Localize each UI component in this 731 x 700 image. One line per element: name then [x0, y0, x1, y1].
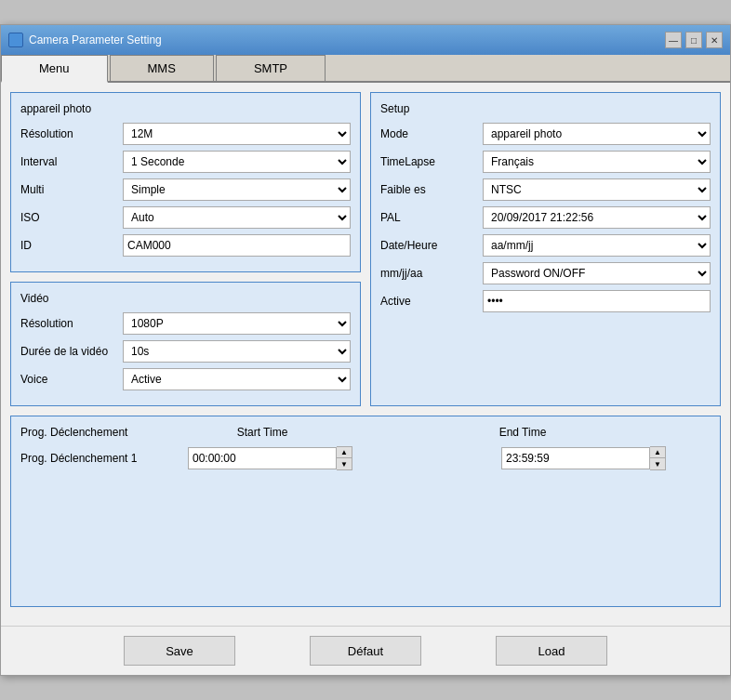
pal-select[interactable]: 20/09/2017 21:22:56: [483, 206, 711, 229]
iso-label: ISO: [20, 211, 123, 224]
mode-label: Mode: [380, 127, 483, 140]
empty-schedule-area: [20, 476, 711, 597]
multi-label: Multi: [20, 183, 123, 196]
video-duration-select[interactable]: 10s 30s: [123, 340, 351, 363]
setup-panel: Setup Mode appareil photo Vidéo TimeLaps…: [370, 92, 721, 406]
interval-control: 1 Seconde 5 Secondes: [123, 151, 351, 173]
id-row: ID: [20, 234, 351, 257]
mode-select[interactable]: appareil photo Vidéo: [483, 123, 711, 145]
tab-smtp[interactable]: SMTP: [216, 55, 326, 81]
mmjjaa-select[interactable]: Password ON/OFF Password ON: [483, 262, 711, 284]
mmjjaa-control: Password ON/OFF Password ON: [483, 262, 711, 284]
video-duration-row: Durée de la vidéo 10s 30s: [20, 340, 351, 363]
video-panel-title: Vidéo: [20, 292, 351, 305]
sched-header: Prog. Déclenchement Start Time End Time: [20, 426, 711, 439]
timelapse-select[interactable]: Français English: [483, 151, 711, 173]
interval-row: Interval 1 Seconde 5 Secondes: [20, 151, 351, 173]
pal-control: 20/09/2017 21:22:56: [483, 206, 711, 229]
close-button[interactable]: ✕: [706, 32, 723, 48]
voice-control: Active Inactive: [123, 368, 351, 390]
start-time-header: Start Time: [188, 426, 337, 439]
end-time-spinners: ▲ ▼: [650, 446, 666, 470]
end-time-inner: ▲ ▼: [501, 446, 666, 470]
timelapse-control: Français English: [483, 151, 711, 173]
active-row: Active: [380, 290, 711, 312]
tab-mms[interactable]: MMS: [110, 55, 214, 81]
start-time-spinners: ▲ ▼: [337, 446, 352, 470]
app-icon: [8, 33, 23, 47]
iso-select[interactable]: Auto 100: [123, 206, 351, 229]
main-window: Camera Parameter Setting — □ ✕ Menu MMS …: [0, 24, 731, 676]
id-input[interactable]: [123, 234, 351, 257]
maximize-button[interactable]: □: [685, 32, 702, 48]
resolution-row: Résolution 12M 8M 5M: [20, 123, 351, 145]
window-title: Camera Parameter Setting: [29, 33, 162, 46]
multi-control: Simple Multiple: [123, 178, 351, 201]
active-control: [483, 290, 711, 312]
date-label: Date/Heure: [380, 239, 483, 252]
video-panel: Vidéo Résolution 1080P 720P Durée de la …: [10, 282, 361, 406]
end-time-up[interactable]: ▲: [650, 447, 665, 458]
mmjjaa-row: mm/jj/aa Password ON/OFF Password ON: [380, 262, 711, 284]
faible-select[interactable]: NTSC PAL: [483, 178, 711, 201]
interval-label: Interval: [20, 155, 123, 168]
sched-row-1: Prog. Déclenchement 1 ▲ ▼ ▲ ▼: [20, 446, 711, 470]
id-control: [123, 234, 351, 257]
minimize-button[interactable]: —: [665, 32, 682, 48]
multi-select[interactable]: Simple Multiple: [123, 178, 351, 201]
video-resolution-row: Résolution 1080P 720P: [20, 312, 351, 335]
video-duration-label: Durée de la vidéo: [20, 345, 123, 358]
iso-row: ISO Auto 100: [20, 206, 351, 229]
resolution-label: Résolution: [20, 127, 123, 140]
voice-select[interactable]: Active Inactive: [123, 368, 351, 390]
end-time-input[interactable]: [501, 447, 650, 469]
video-resolution-control: 1080P 720P: [123, 312, 351, 335]
start-time-up[interactable]: ▲: [337, 447, 352, 458]
end-time-down[interactable]: ▼: [650, 458, 665, 469]
active-input[interactable]: [483, 290, 711, 312]
title-bar: Camera Parameter Setting — □ ✕: [1, 25, 730, 55]
video-duration-control: 10s 30s: [123, 340, 351, 363]
top-panels: appareil photo Résolution 12M 8M 5M I: [10, 92, 721, 406]
start-time-wrap: ▲ ▼: [188, 446, 352, 470]
timelapse-label: TimeLapse: [380, 155, 483, 168]
active-label: Active: [380, 295, 483, 308]
end-time-header: End Time: [467, 426, 578, 439]
mode-row: Mode appareil photo Vidéo: [380, 123, 711, 145]
faible-control: NTSC PAL: [483, 178, 711, 201]
mode-control: appareil photo Vidéo: [483, 123, 711, 145]
voice-label: Voice: [20, 373, 123, 386]
iso-control: Auto 100: [123, 206, 351, 229]
start-time-down[interactable]: ▼: [337, 458, 352, 469]
mmjjaa-label: mm/jj/aa: [380, 267, 483, 280]
sched-title: Prog. Déclenchement: [20, 426, 169, 439]
save-button[interactable]: Save: [124, 636, 235, 666]
pal-row: PAL 20/09/2017 21:22:56: [380, 206, 711, 229]
photo-panel-title: appareil photo: [20, 102, 351, 115]
default-button[interactable]: Défaut: [310, 636, 421, 666]
multi-row: Multi Simple Multiple: [20, 178, 351, 201]
date-row: Date/Heure aa/mm/jj jj/mm/aa: [380, 234, 711, 257]
tab-bar: Menu MMS SMTP: [1, 55, 730, 83]
title-bar-left: Camera Parameter Setting: [8, 33, 162, 47]
load-button[interactable]: Load: [496, 636, 607, 666]
video-resolution-select[interactable]: 1080P 720P: [123, 312, 351, 335]
main-content: appareil photo Résolution 12M 8M 5M I: [1, 83, 730, 626]
scheduling-section: Prog. Déclenchement Start Time End Time …: [10, 416, 721, 607]
id-label: ID: [20, 239, 123, 252]
tab-menu[interactable]: Menu: [1, 55, 108, 83]
title-controls: — □ ✕: [665, 32, 723, 48]
pal-label: PAL: [380, 211, 483, 224]
faible-label: Faible es: [380, 183, 483, 196]
setup-panel-title: Setup: [380, 102, 711, 115]
date-select[interactable]: aa/mm/jj jj/mm/aa: [483, 234, 711, 257]
timelapse-row: TimeLapse Français English: [380, 151, 711, 173]
resolution-select[interactable]: 12M 8M 5M: [123, 123, 351, 145]
faible-row: Faible es NTSC PAL: [380, 178, 711, 201]
footer: Save Défaut Load: [1, 626, 730, 675]
voice-row: Voice Active Inactive: [20, 368, 351, 390]
sched-row-1-label: Prog. Déclenchement 1: [20, 452, 169, 465]
video-resolution-label: Résolution: [20, 317, 123, 330]
start-time-input[interactable]: [188, 447, 337, 469]
interval-select[interactable]: 1 Seconde 5 Secondes: [123, 151, 351, 173]
